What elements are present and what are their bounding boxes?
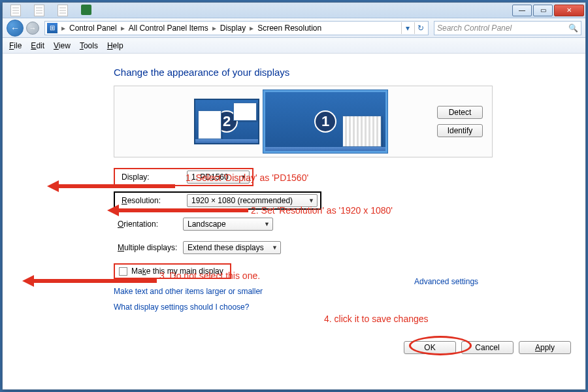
breadcrumb-item[interactable]: Display xyxy=(218,24,248,33)
multiple-displays-select[interactable]: Extend these displays ▼ xyxy=(183,241,281,254)
minimize-button[interactable]: — xyxy=(512,5,532,16)
orientation-value: Landscape xyxy=(188,220,226,229)
annotation-1: 1. Select 'Display' as 'PD1560' xyxy=(186,172,308,183)
taskbar-icon xyxy=(195,139,258,143)
breadcrumb-item[interactable]: Control Panel xyxy=(67,24,120,33)
search-placeholder: Search Control Panel xyxy=(437,24,568,33)
window-icon xyxy=(198,110,221,139)
identify-button[interactable]: Identify xyxy=(437,124,483,137)
window-frame: — ▭ ✕ ← → ⊞ ▸ Control Panel ▸ All Contro… xyxy=(2,2,586,390)
taskbar-icon xyxy=(265,147,385,151)
content-pane: Change the appearance of your displays 2… xyxy=(3,54,585,389)
menu-help[interactable]: Help xyxy=(107,41,123,50)
orientation-label: Orientation: xyxy=(114,220,183,229)
multiple-displays-label: Multiple displays: xyxy=(114,243,183,252)
menu-bar: File Edit View Tools Help xyxy=(3,38,585,54)
navbar: ← → ⊞ ▸ Control Panel ▸ All Control Pane… xyxy=(3,18,585,38)
title-app-icon xyxy=(81,5,91,15)
orientation-row: Orientation: Landscape ▼ xyxy=(114,216,585,232)
detect-button[interactable]: Detect xyxy=(437,106,483,119)
annotation-oval-apply xyxy=(409,336,472,355)
orientation-select[interactable]: Landscape ▼ xyxy=(183,218,273,231)
multiple-displays-row: Multiple displays: Extend these displays… xyxy=(114,240,585,255)
title-doc-icon xyxy=(57,5,68,16)
refresh-icon[interactable]: ↻ xyxy=(414,22,426,34)
page-title: Change the appearance of your displays xyxy=(114,67,585,78)
monitor-2[interactable]: 2 xyxy=(194,99,259,144)
breadcrumb-sep: ▸ xyxy=(60,24,67,33)
display-label: Display: xyxy=(118,172,187,182)
chevron-down-icon: ▼ xyxy=(267,244,278,251)
annotation-2: 2. Set 'Resolution' as '1920 x 1080' xyxy=(251,205,393,216)
chevron-down-icon: ▼ xyxy=(259,221,270,227)
help-links: Make text and other items larger or smal… xyxy=(114,287,585,312)
annotation-4: 4. click it to save changes xyxy=(324,314,429,324)
apply-button[interactable]: Apply xyxy=(519,341,571,354)
breadcrumb-sep: ▸ xyxy=(120,24,126,33)
menu-file[interactable]: File xyxy=(9,41,22,50)
window-icon xyxy=(342,116,382,147)
annotation-3: 3. Do not select this one. xyxy=(159,270,260,281)
titlebar: — ▭ ✕ xyxy=(3,3,585,18)
menu-view[interactable]: View xyxy=(54,41,71,50)
breadcrumb-dropdown-icon[interactable]: ▾ xyxy=(401,22,413,34)
settings-form: Display: 1. PD1560 ▼ Resolution: 1920 × … xyxy=(114,169,585,312)
resolution-label: Resolution: xyxy=(118,196,187,205)
link-which-settings[interactable]: What display settings should I choose? xyxy=(114,302,585,312)
resolution-value: 1920 × 1080 (recommended) xyxy=(191,196,293,205)
breadcrumb-sep: ▸ xyxy=(248,24,255,33)
breadcrumb-item[interactable]: All Control Panel Items xyxy=(126,24,211,33)
title-doc-icon xyxy=(10,5,21,16)
multiple-displays-value: Extend these displays xyxy=(188,243,264,252)
search-input[interactable]: Search Control Panel 🔍 xyxy=(434,21,581,35)
breadcrumb-bar[interactable]: ⊞ ▸ Control Panel ▸ All Control Panel It… xyxy=(44,21,429,35)
window-icon xyxy=(233,103,257,121)
link-advanced-settings[interactable]: Advanced settings xyxy=(414,277,478,286)
titlebar-tabs xyxy=(4,5,91,16)
link-larger-text[interactable]: Make text and other items larger or smal… xyxy=(114,287,585,296)
maximize-button[interactable]: ▭ xyxy=(533,5,553,16)
make-main-checkbox[interactable] xyxy=(119,267,127,276)
forward-button[interactable]: → xyxy=(26,22,39,35)
monitor-layout-area[interactable]: 2 1 xyxy=(114,90,428,153)
back-button[interactable]: ← xyxy=(7,20,24,37)
chevron-down-icon: ▼ xyxy=(303,197,314,204)
control-panel-icon: ⊞ xyxy=(47,23,57,33)
display-row: Display: 1. PD1560 ▼ xyxy=(114,169,585,185)
monitor-1[interactable]: 1 xyxy=(263,90,387,153)
menu-edit[interactable]: Edit xyxy=(31,41,44,50)
search-icon[interactable]: 🔍 xyxy=(568,24,578,33)
monitor-layout-box: 2 1 Detect Identify xyxy=(114,86,493,157)
title-doc-icon xyxy=(34,5,44,16)
breadcrumb-sep: ▸ xyxy=(211,24,218,33)
monitor-badge: 1 xyxy=(314,110,336,133)
breadcrumb-item[interactable]: Screen Resolution xyxy=(255,24,324,33)
menu-tools[interactable]: Tools xyxy=(80,41,98,50)
close-button[interactable]: ✕ xyxy=(554,5,584,16)
